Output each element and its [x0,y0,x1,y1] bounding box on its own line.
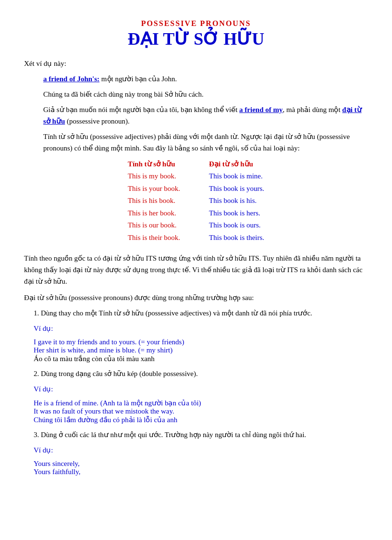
case2-example-3: Chúng tôi lầm đường đầu có phải là lỗi c… [34,415,368,424]
col2-item-4: This book is hers. [209,207,264,220]
intro-line3-bold: a friend of my [239,106,282,113]
case3-example-2: Yours faithfully, [34,468,368,476]
example-bold: a friend of John's: [43,75,99,83]
intro-line2: Chúng ta đã biết cách dùng này trong bài… [43,88,368,100]
case2: 2. Dùng trong dạng câu sở hữu kép (doubl… [34,368,368,424]
case1-example-2: Her shirt is white, and mine is blue. (=… [34,346,368,354]
case1: 1. Dùng thay cho một Tính từ sở hữu (pos… [34,307,368,363]
col1-item-5: This is our book. [128,219,180,232]
case2-vidu-label: Ví dụ: [34,383,368,395]
col2-header: Đại từ sở hữu [209,160,264,168]
col1-item-1: This is my book. [128,170,180,183]
example-rest: một người bạn của John. [99,75,177,83]
intro-example: a friend of John's: một người bạn của Jo… [43,73,368,85]
case1-example-1: I gave it to my friends and to yours. (=… [34,338,368,346]
case3-title: 3. Dùng ở cuối các lá thư như một qui ướ… [34,429,368,440]
its-section: Tính theo nguồn gốc ta có đại từ sở hữu … [24,252,368,287]
col1: Tính từ sở hữu This is my book. This is … [128,160,180,244]
col2-item-6: This book is theirs. [209,232,264,244]
col1-item-3: This is his book. [128,195,180,207]
intro-line3-end2: (possessive pronoun). [65,117,130,125]
col1-item-4: This is her book. [128,207,180,220]
comparison-table: Tính từ sở hữu This is my book. This is … [24,160,368,244]
page-title-en: POSSESSIVE PRONOUNS [24,19,368,28]
case3-example-1: Yours sincerely, [34,460,368,468]
case2-title: 2. Dùng trong dạng câu sở hữu kép (doubl… [34,368,368,379]
case1-vidu-label: Ví dụ: [34,323,368,334]
intro-line3: Giả sử bạn muốn nói một người bạn của tô… [43,104,368,127]
col1-header: Tính từ sở hữu [128,160,180,168]
col2-item-3: This book is his. [209,195,264,207]
case1-example-3: Áo cô ta màu trắng còn của tôi màu xanh [34,354,368,363]
page-title-vn: ĐẠI TỪ SỞ HỮU [24,29,368,49]
case1-title: 1. Dùng thay cho một Tính từ sở hữu (pos… [34,307,368,319]
intro-line3-start: Giả sử bạn muốn nói một người bạn của tô… [43,106,239,113]
col2: Đại từ sở hữu This book is mine. This bo… [209,160,264,244]
case3-vidu-label: Ví dụ: [34,444,368,456]
usage-intro: Đại từ sở hữu (possessive pronouns) được… [24,292,368,303]
col1-item-6: This is their book. [128,232,180,244]
intro-line4: Tính từ sở hữu (possessive adjectives) p… [43,131,363,154]
col2-item-5: This book is ours. [209,219,264,232]
case3: 3. Dùng ở cuối các lá thư như một qui ướ… [34,429,368,476]
case2-example-2: It was no fault of yours that we mistook… [34,407,368,415]
col2-item-1: This book is mine. [209,170,264,183]
col1-item-2: This is your book. [128,183,180,195]
col2-item-2: This book is yours. [209,183,264,195]
intro-line3-end: , mà phải dùng một [282,106,342,113]
intro-xet-vi-du: Xét ví dụ này: [24,58,368,69]
case2-example-1: He is a friend of mine. (Anh ta là một n… [34,399,368,407]
